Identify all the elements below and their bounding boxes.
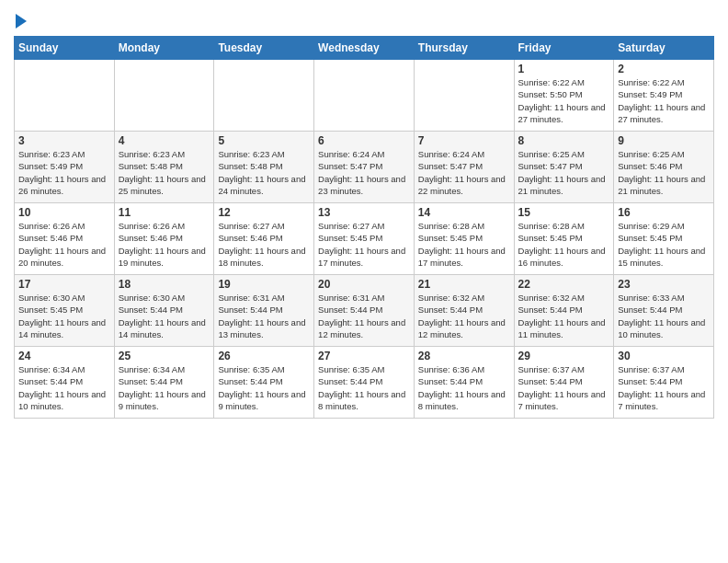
calendar-cell: 27Sunrise: 6:35 AM Sunset: 5:44 PM Dayli… <box>314 347 415 419</box>
calendar-cell: 9Sunrise: 6:25 AM Sunset: 5:46 PM Daylig… <box>614 132 714 203</box>
calendar-cell: 10Sunrise: 6:26 AM Sunset: 5:46 PM Dayli… <box>15 203 115 275</box>
day-number: 10 <box>18 206 110 219</box>
day-info: Sunrise: 6:26 AM Sunset: 5:46 PM Dayligh… <box>119 220 210 269</box>
day-info: Sunrise: 6:34 AM Sunset: 5:44 PM Dayligh… <box>18 363 110 412</box>
day-info: Sunrise: 6:27 AM Sunset: 5:46 PM Dayligh… <box>218 220 310 269</box>
day-info: Sunrise: 6:22 AM Sunset: 5:50 PM Dayligh… <box>518 76 610 125</box>
day-number: 14 <box>418 206 510 219</box>
calendar-cell: 15Sunrise: 6:28 AM Sunset: 5:45 PM Dayli… <box>514 203 614 275</box>
day-info: Sunrise: 6:30 AM Sunset: 5:45 PM Dayligh… <box>18 292 110 340</box>
day-number: 23 <box>618 278 710 291</box>
day-number: 9 <box>618 134 710 147</box>
day-info: Sunrise: 6:23 AM Sunset: 5:48 PM Dayligh… <box>119 148 210 197</box>
calendar-cell: 5Sunrise: 6:23 AM Sunset: 5:48 PM Daylig… <box>214 132 314 203</box>
day-number: 26 <box>218 350 310 362</box>
day-info: Sunrise: 6:35 AM Sunset: 5:44 PM Dayligh… <box>218 363 310 412</box>
day-info: Sunrise: 6:37 AM Sunset: 5:44 PM Dayligh… <box>618 363 710 412</box>
day-number: 28 <box>418 350 510 362</box>
calendar-cell: 14Sunrise: 6:28 AM Sunset: 5:45 PM Dayli… <box>414 203 514 275</box>
week-row-3: 10Sunrise: 6:26 AM Sunset: 5:46 PM Dayli… <box>15 203 714 275</box>
day-number: 29 <box>518 350 610 362</box>
week-row-2: 3Sunrise: 6:23 AM Sunset: 5:49 PM Daylig… <box>15 132 714 203</box>
day-number: 27 <box>318 350 410 362</box>
logo <box>14 9 27 29</box>
weekday-monday: Monday <box>114 37 214 60</box>
day-number: 11 <box>119 206 210 219</box>
calendar-cell: 17Sunrise: 6:30 AM Sunset: 5:45 PM Dayli… <box>15 275 115 347</box>
day-info: Sunrise: 6:26 AM Sunset: 5:46 PM Dayligh… <box>18 220 110 269</box>
day-info: Sunrise: 6:32 AM Sunset: 5:44 PM Dayligh… <box>418 292 510 340</box>
page: SundayMondayTuesdayWednesdayThursdayFrid… <box>0 0 728 563</box>
day-info: Sunrise: 6:24 AM Sunset: 5:47 PM Dayligh… <box>318 148 410 197</box>
week-row-4: 17Sunrise: 6:30 AM Sunset: 5:45 PM Dayli… <box>15 275 714 347</box>
day-info: Sunrise: 6:32 AM Sunset: 5:44 PM Dayligh… <box>518 292 610 340</box>
calendar-cell: 23Sunrise: 6:33 AM Sunset: 5:44 PM Dayli… <box>614 275 714 347</box>
day-number: 5 <box>218 134 310 147</box>
day-info: Sunrise: 6:28 AM Sunset: 5:45 PM Dayligh… <box>418 220 510 269</box>
logo-arrow-icon <box>16 14 27 29</box>
calendar-cell: 6Sunrise: 6:24 AM Sunset: 5:47 PM Daylig… <box>314 132 415 203</box>
day-info: Sunrise: 6:25 AM Sunset: 5:46 PM Dayligh… <box>618 148 710 197</box>
day-info: Sunrise: 6:31 AM Sunset: 5:44 PM Dayligh… <box>218 292 310 340</box>
calendar-cell: 3Sunrise: 6:23 AM Sunset: 5:49 PM Daylig… <box>15 132 115 203</box>
day-info: Sunrise: 6:35 AM Sunset: 5:44 PM Dayligh… <box>318 363 410 412</box>
calendar-cell <box>15 60 115 132</box>
day-info: Sunrise: 6:28 AM Sunset: 5:45 PM Dayligh… <box>518 220 610 269</box>
day-number: 6 <box>318 134 410 147</box>
calendar-cell: 20Sunrise: 6:31 AM Sunset: 5:44 PM Dayli… <box>314 275 415 347</box>
calendar-cell: 11Sunrise: 6:26 AM Sunset: 5:46 PM Dayli… <box>114 203 214 275</box>
day-number: 21 <box>418 278 510 291</box>
day-info: Sunrise: 6:29 AM Sunset: 5:45 PM Dayligh… <box>618 220 710 269</box>
weekday-wednesday: Wednesday <box>314 37 415 60</box>
day-number: 8 <box>518 134 610 147</box>
day-info: Sunrise: 6:23 AM Sunset: 5:49 PM Dayligh… <box>18 148 110 197</box>
day-number: 22 <box>518 278 610 291</box>
weekday-header-row: SundayMondayTuesdayWednesdayThursdayFrid… <box>15 37 714 60</box>
calendar-cell: 4Sunrise: 6:23 AM Sunset: 5:48 PM Daylig… <box>114 132 214 203</box>
day-number: 18 <box>119 278 210 291</box>
weekday-friday: Friday <box>514 37 614 60</box>
day-info: Sunrise: 6:25 AM Sunset: 5:47 PM Dayligh… <box>518 148 610 197</box>
day-info: Sunrise: 6:27 AM Sunset: 5:45 PM Dayligh… <box>318 220 410 269</box>
day-info: Sunrise: 6:24 AM Sunset: 5:47 PM Dayligh… <box>418 148 510 197</box>
calendar: SundayMondayTuesdayWednesdayThursdayFrid… <box>14 36 714 419</box>
calendar-cell: 19Sunrise: 6:31 AM Sunset: 5:44 PM Dayli… <box>214 275 314 347</box>
calendar-cell: 1Sunrise: 6:22 AM Sunset: 5:50 PM Daylig… <box>514 60 614 132</box>
day-number: 1 <box>518 63 610 75</box>
weekday-sunday: Sunday <box>15 37 115 60</box>
day-info: Sunrise: 6:22 AM Sunset: 5:49 PM Dayligh… <box>618 76 710 125</box>
calendar-cell: 26Sunrise: 6:35 AM Sunset: 5:44 PM Dayli… <box>214 347 314 419</box>
day-number: 24 <box>18 350 110 362</box>
day-info: Sunrise: 6:36 AM Sunset: 5:44 PM Dayligh… <box>418 363 510 412</box>
day-number: 4 <box>119 134 210 147</box>
calendar-cell: 21Sunrise: 6:32 AM Sunset: 5:44 PM Dayli… <box>414 275 514 347</box>
day-number: 20 <box>318 278 410 291</box>
day-number: 12 <box>218 206 310 219</box>
day-number: 16 <box>618 206 710 219</box>
calendar-cell: 7Sunrise: 6:24 AM Sunset: 5:47 PM Daylig… <box>414 132 514 203</box>
weekday-thursday: Thursday <box>414 37 514 60</box>
weekday-saturday: Saturday <box>614 37 714 60</box>
day-number: 17 <box>18 278 110 291</box>
day-number: 3 <box>18 134 110 147</box>
day-number: 30 <box>618 350 710 362</box>
header <box>14 9 714 29</box>
day-number: 2 <box>618 63 710 75</box>
day-number: 15 <box>518 206 610 219</box>
calendar-cell: 2Sunrise: 6:22 AM Sunset: 5:49 PM Daylig… <box>614 60 714 132</box>
calendar-cell: 25Sunrise: 6:34 AM Sunset: 5:44 PM Dayli… <box>114 347 214 419</box>
day-number: 13 <box>318 206 410 219</box>
calendar-cell <box>414 60 514 132</box>
calendar-cell: 22Sunrise: 6:32 AM Sunset: 5:44 PM Dayli… <box>514 275 614 347</box>
day-info: Sunrise: 6:23 AM Sunset: 5:48 PM Dayligh… <box>218 148 310 197</box>
day-number: 19 <box>218 278 310 291</box>
calendar-cell: 16Sunrise: 6:29 AM Sunset: 5:45 PM Dayli… <box>614 203 714 275</box>
calendar-cell: 8Sunrise: 6:25 AM Sunset: 5:47 PM Daylig… <box>514 132 614 203</box>
day-number: 7 <box>418 134 510 147</box>
day-number: 25 <box>119 350 210 362</box>
week-row-1: 1Sunrise: 6:22 AM Sunset: 5:50 PM Daylig… <box>15 60 714 132</box>
calendar-cell: 13Sunrise: 6:27 AM Sunset: 5:45 PM Dayli… <box>314 203 415 275</box>
calendar-cell <box>114 60 214 132</box>
calendar-cell <box>314 60 415 132</box>
weekday-tuesday: Tuesday <box>214 37 314 60</box>
